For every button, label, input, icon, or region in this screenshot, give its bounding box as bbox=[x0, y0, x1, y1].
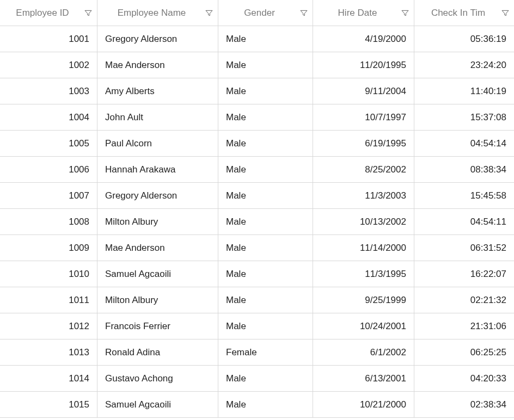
cell-name[interactable]: Mae Anderson bbox=[97, 52, 218, 78]
table-row[interactable]: 1007Gregory AldersonMale11/3/200315:45:5… bbox=[0, 183, 514, 209]
cell-checkin[interactable]: 02:38:34 bbox=[414, 392, 514, 417]
cell-name[interactable]: Hannah Arakawa bbox=[97, 157, 218, 182]
cell-checkin[interactable]: 05:36:19 bbox=[414, 26, 514, 52]
cell-name[interactable]: Paul Alcorn bbox=[97, 131, 218, 156]
table-row[interactable]: 1012Francois FerrierMale10/24/200121:31:… bbox=[0, 313, 514, 339]
cell-hire[interactable]: 10/7/1997 bbox=[313, 104, 414, 130]
cell-hire[interactable]: 4/19/2000 bbox=[313, 26, 414, 52]
table-row[interactable]: 1002Mae AndersonMale11/20/199523:24:20 bbox=[0, 52, 514, 78]
cell-id[interactable]: 1010 bbox=[0, 261, 97, 287]
cell-gender[interactable]: Male bbox=[218, 52, 313, 78]
cell-checkin[interactable]: 15:37:08 bbox=[414, 104, 514, 130]
cell-checkin[interactable]: 08:38:34 bbox=[414, 157, 514, 182]
table-row[interactable]: 1015Samuel AgcaoiliMale10/21/200002:38:3… bbox=[0, 392, 514, 418]
cell-name[interactable]: Milton Albury bbox=[97, 287, 218, 313]
cell-gender[interactable]: Male bbox=[218, 104, 313, 130]
cell-name[interactable]: John Ault bbox=[97, 104, 218, 130]
table-row[interactable]: 1014Gustavo AchongMale6/13/200104:20:33 bbox=[0, 366, 514, 392]
cell-gender[interactable]: Male bbox=[218, 26, 313, 52]
column-header-employee-id[interactable]: Employee ID bbox=[0, 0, 97, 26]
cell-gender[interactable]: Male bbox=[218, 392, 313, 417]
cell-id[interactable]: 1012 bbox=[0, 313, 97, 339]
filter-icon[interactable] bbox=[299, 9, 308, 17]
cell-name[interactable]: Milton Albury bbox=[97, 209, 218, 234]
table-row[interactable]: 1004John AultMale10/7/199715:37:08 bbox=[0, 104, 514, 131]
cell-checkin[interactable]: 04:54:14 bbox=[414, 131, 514, 156]
cell-name[interactable]: Francois Ferrier bbox=[97, 313, 218, 339]
column-header-hire-date[interactable]: Hire Date bbox=[313, 0, 414, 26]
cell-gender[interactable]: Female bbox=[218, 339, 313, 365]
cell-gender[interactable]: Male bbox=[218, 366, 313, 391]
cell-checkin[interactable]: 02:21:32 bbox=[414, 287, 514, 313]
cell-id[interactable]: 1006 bbox=[0, 157, 97, 182]
cell-hire[interactable]: 11/20/1995 bbox=[313, 52, 414, 78]
cell-checkin[interactable]: 23:24:20 bbox=[414, 52, 514, 78]
cell-hire[interactable]: 10/13/2002 bbox=[313, 209, 414, 234]
filter-icon[interactable] bbox=[205, 9, 213, 17]
table-row[interactable]: 1013Ronald AdinaFemale6/1/200206:25:25 bbox=[0, 339, 514, 366]
cell-checkin[interactable]: 21:31:06 bbox=[414, 313, 514, 339]
cell-id[interactable]: 1014 bbox=[0, 366, 97, 391]
cell-name[interactable]: Gustavo Achong bbox=[97, 366, 218, 391]
filter-icon[interactable] bbox=[84, 9, 93, 17]
cell-hire[interactable]: 8/25/2002 bbox=[313, 157, 414, 182]
cell-id[interactable]: 1002 bbox=[0, 52, 97, 78]
cell-hire[interactable]: 9/11/2004 bbox=[313, 78, 414, 104]
cell-id[interactable]: 1015 bbox=[0, 392, 97, 417]
cell-name[interactable]: Ronald Adina bbox=[97, 339, 218, 365]
column-header-employee-name[interactable]: Employee Name bbox=[97, 0, 218, 26]
cell-gender[interactable]: Male bbox=[218, 235, 313, 261]
cell-checkin[interactable]: 16:22:07 bbox=[414, 261, 514, 287]
cell-gender[interactable]: Male bbox=[218, 209, 313, 234]
table-row[interactable]: 1001Gregory AldersonMale4/19/200005:36:1… bbox=[0, 26, 514, 52]
cell-gender[interactable]: Male bbox=[218, 287, 313, 313]
cell-checkin[interactable]: 11:40:19 bbox=[414, 78, 514, 104]
cell-id[interactable]: 1005 bbox=[0, 131, 97, 156]
cell-hire[interactable]: 6/19/1995 bbox=[313, 131, 414, 156]
table-row[interactable]: 1009Mae AndersonMale11/14/200006:31:52 bbox=[0, 235, 514, 261]
cell-checkin[interactable]: 04:54:11 bbox=[414, 209, 514, 234]
table-row[interactable]: 1003Amy AlbertsMale9/11/200411:40:19 bbox=[0, 78, 514, 104]
table-row[interactable]: 1006Hannah ArakawaMale8/25/200208:38:34 bbox=[0, 157, 514, 183]
table-row[interactable]: 1010Samuel AgcaoiliMale11/3/199516:22:07 bbox=[0, 261, 514, 287]
cell-id[interactable]: 1007 bbox=[0, 183, 97, 208]
filter-icon[interactable] bbox=[501, 9, 510, 17]
cell-hire[interactable]: 11/3/2003 bbox=[313, 183, 414, 208]
cell-name[interactable]: Gregory Alderson bbox=[97, 26, 218, 52]
cell-name[interactable]: Gregory Alderson bbox=[97, 183, 218, 208]
cell-name[interactable]: Samuel Agcaoili bbox=[97, 261, 218, 287]
cell-gender[interactable]: Male bbox=[218, 131, 313, 156]
table-row[interactable]: 1011Milton AlburyMale9/25/199902:21:32 bbox=[0, 287, 514, 313]
cell-hire[interactable]: 10/21/2000 bbox=[313, 392, 414, 417]
cell-checkin[interactable]: 06:31:52 bbox=[414, 235, 514, 261]
cell-hire[interactable]: 10/24/2001 bbox=[313, 313, 414, 339]
cell-id[interactable]: 1001 bbox=[0, 26, 97, 52]
cell-gender[interactable]: Male bbox=[218, 183, 313, 208]
cell-gender[interactable]: Male bbox=[218, 261, 313, 287]
cell-hire[interactable]: 11/14/2000 bbox=[313, 235, 414, 261]
table-row[interactable]: 1008Milton AlburyMale10/13/200204:54:11 bbox=[0, 209, 514, 235]
cell-checkin[interactable]: 04:20:33 bbox=[414, 366, 514, 391]
cell-hire[interactable]: 6/1/2002 bbox=[313, 339, 414, 365]
cell-gender[interactable]: Male bbox=[218, 157, 313, 182]
cell-name[interactable]: Samuel Agcaoili bbox=[97, 392, 218, 417]
cell-hire[interactable]: 9/25/1999 bbox=[313, 287, 414, 313]
cell-id[interactable]: 1008 bbox=[0, 209, 97, 234]
cell-hire[interactable]: 11/3/1995 bbox=[313, 261, 414, 287]
cell-checkin[interactable]: 15:45:58 bbox=[414, 183, 514, 208]
cell-gender[interactable]: Male bbox=[218, 313, 313, 339]
cell-hire[interactable]: 6/13/2001 bbox=[313, 366, 414, 391]
filter-icon[interactable] bbox=[401, 9, 409, 17]
cell-id[interactable]: 1011 bbox=[0, 287, 97, 313]
cell-id[interactable]: 1013 bbox=[0, 339, 97, 365]
cell-name[interactable]: Amy Alberts bbox=[97, 78, 218, 104]
cell-id[interactable]: 1009 bbox=[0, 235, 97, 261]
cell-id[interactable]: 1004 bbox=[0, 104, 97, 130]
cell-name[interactable]: Mae Anderson bbox=[97, 235, 218, 261]
cell-id[interactable]: 1003 bbox=[0, 78, 97, 104]
table-row[interactable]: 1005Paul AlcornMale6/19/199504:54:14 bbox=[0, 131, 514, 157]
column-header-check-in-time[interactable]: Check In Tim bbox=[414, 0, 514, 26]
cell-checkin[interactable]: 06:25:25 bbox=[414, 339, 514, 365]
column-header-gender[interactable]: Gender bbox=[218, 0, 313, 26]
cell-gender[interactable]: Male bbox=[218, 78, 313, 104]
